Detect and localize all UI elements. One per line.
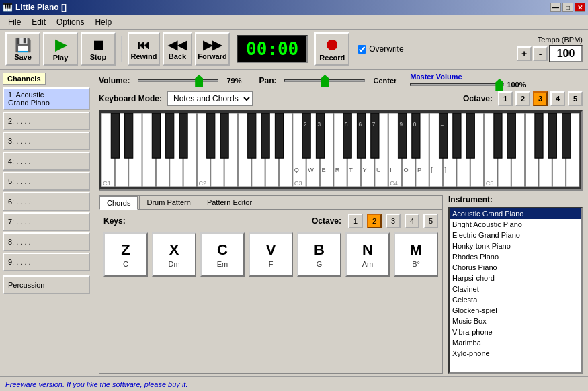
key-cs5[interactable] [494,113,502,158]
key-as4[interactable] [466,113,474,158]
key-as5[interactable] [562,113,571,158]
key-cs4[interactable] [398,113,406,158]
octave-4-button[interactable]: 4 [550,91,565,106]
key-gs4[interactable] [453,113,461,158]
key-fs3[interactable] [343,113,351,158]
key-gs3[interactable] [357,113,365,158]
chord-octave-3[interactable]: 3 [386,214,401,228]
stop-button[interactable]: ⏹ Stop [81,32,116,66]
key-gs5[interactable] [548,113,556,158]
instrument-celesta[interactable]: Celesta [450,294,581,305]
channel-2-button[interactable]: 2: . . . . [3,112,90,130]
instrument-music-box[interactable]: Music Box [450,316,581,327]
key-fs2[interactable] [248,113,256,158]
chord-key-x[interactable]: X Dm [152,232,196,277]
key-ds4[interactable] [412,113,420,158]
octave-3-button[interactable]: 3 [533,91,548,106]
channel-5-button[interactable]: 5: . . . . [3,172,90,191]
percussion-button[interactable]: Percussion [3,275,90,294]
octave-5-button[interactable]: 5 [568,91,583,106]
overwrite-checkbox[interactable] [358,45,366,54]
maximize-button[interactable]: □ [562,3,573,12]
instrument-xylophone[interactable]: Xylo-phone [450,348,581,359]
volume-slider[interactable] [138,79,218,82]
channel-3-button[interactable]: 3: . . . . [3,132,90,150]
master-volume-slider[interactable] [410,83,504,86]
key-gs1[interactable] [166,113,174,158]
instrument-chorus[interactable]: Chorus Piano [450,262,581,273]
forward-icon: ▶▶ [203,38,222,52]
chord-key-c[interactable]: C Em [200,232,245,277]
channel-1-button[interactable]: 1: AcousticGrand Piano [3,87,90,110]
chord-key-v[interactable]: V F [249,232,293,277]
tab-pattern-editor[interactable]: Pattern Editor [200,195,259,209]
chord-key-z[interactable]: Z C [103,232,148,277]
key-fs1[interactable] [152,113,160,158]
chord-octave-4[interactable]: 4 [405,214,419,228]
svg-text:C2: C2 [198,180,206,187]
key-cs1[interactable] [111,113,119,158]
minimize-button[interactable]: — [550,3,561,12]
play-button[interactable]: ▶ Play [43,32,78,66]
chord-octave-1[interactable]: 1 [348,214,363,228]
tempo-minus-button[interactable]: - [533,46,548,61]
sidebar: Channels 1: AcousticGrand Piano 2: . . .… [0,70,93,376]
menu-help[interactable]: Help [89,16,117,28]
menu-options[interactable]: Options [51,16,89,28]
channel-6-button[interactable]: 6: . . . . [3,192,90,211]
pan-slider[interactable] [284,79,365,82]
key-as3[interactable] [371,113,379,158]
key-ds5[interactable] [507,113,515,158]
channel-4-button[interactable]: 4: . . . . [3,152,90,171]
instrument-rhodes[interactable]: Rhodes Piano [450,251,581,262]
title-bar: 🎹 Little Piano [] — □ ✕ [0,0,588,15]
key-fs4[interactable] [439,113,447,158]
save-button[interactable]: 💾 Save [5,32,40,66]
rewind-button[interactable]: ⏮ Rewind [128,32,160,66]
chord-octave-2[interactable]: 2 [367,214,382,228]
tempo-plus-button[interactable]: + [517,46,532,61]
key-ds2[interactable] [220,113,228,158]
key-as1[interactable] [179,113,187,158]
instrument-honky-tonk[interactable]: Honky-tonk Piano [450,241,581,251]
instrument-glockenspiel[interactable]: Glocken-spiel [450,305,581,316]
instrument-harpsichord[interactable]: Harpsi-chord [450,273,581,284]
tempo-value[interactable]: 100 [549,45,583,62]
instrument-acoustic-grand[interactable]: Acoustic Grand Piano [450,208,581,219]
tab-chords[interactable]: Chords [99,196,138,210]
record-button[interactable]: ⏺ Record [314,32,349,66]
chord-key-m[interactable]: M B° [394,232,438,277]
keyboard-mode-select[interactable]: Notes and Chords [167,91,253,106]
instrument-marimba[interactable]: Marimba [450,337,581,348]
instrument-electric-grand[interactable]: Electric Grand Piano [450,230,581,241]
chord-octave-5[interactable]: 5 [423,214,438,228]
instrument-vibraphone[interactable]: Vibra-phone [450,327,581,337]
key-as2[interactable] [275,113,283,158]
chord-key-b[interactable]: B G [297,232,341,277]
instrument-list[interactable]: Acoustic Grand Piano Bright Acoustic Pia… [448,207,583,374]
channel-9-button[interactable]: 9: . . . . [3,253,90,271]
channel-7-button[interactable]: 7: . . . . [3,212,90,231]
channel-8-button[interactable]: 8: . . . . [3,232,90,251]
key-ds1[interactable] [125,113,133,158]
octave-1-button[interactable]: 1 [498,91,513,106]
menu-file[interactable]: File [3,16,26,28]
instrument-bright-acoustic[interactable]: Bright Acoustic Piano [450,219,581,230]
forward-button[interactable]: ▶▶ Forward [195,32,230,66]
menu-edit[interactable]: Edit [26,16,51,28]
key-cs2[interactable] [207,113,215,158]
key-gs2[interactable] [261,113,269,158]
status-link[interactable]: Freeware version. If you like the softwa… [5,380,187,388]
volume-value: 79% [226,77,245,85]
chord-key-n[interactable]: N Am [345,232,390,277]
piano-svg: // Will be rendered via static SVG below [101,113,580,188]
close-button[interactable]: ✕ [575,3,585,12]
instrument-clavinet[interactable]: Clavinet [450,284,581,294]
tab-drum-pattern[interactable]: Drum Pattern [139,195,198,209]
back-button[interactable]: ◀◀ Back [163,32,192,66]
key-fs5[interactable] [535,113,543,158]
octave-2-button[interactable]: 2 [515,91,530,106]
key-ds3[interactable] [316,113,324,158]
svg-text:Q: Q [294,167,299,173]
key-cs3[interactable] [302,113,310,158]
